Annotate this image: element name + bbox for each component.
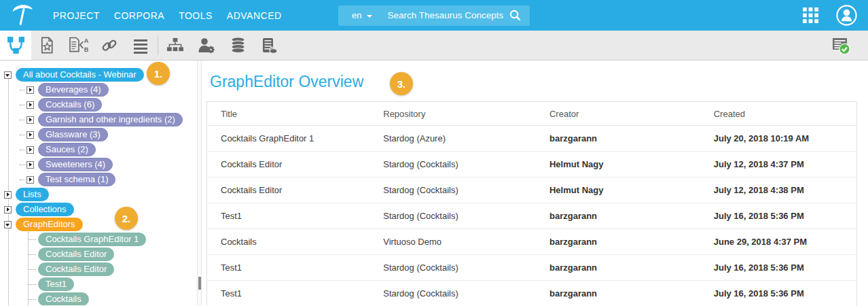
expand-icon[interactable] <box>4 206 12 214</box>
column-header-title[interactable]: Title <box>207 102 370 126</box>
tree-node-concept[interactable]: Cocktails (6) <box>38 98 102 112</box>
tree-node: Cocktails <box>29 292 197 305</box>
expand-icon[interactable] <box>26 131 34 139</box>
menu-item-project[interactable]: PROJECT <box>53 10 100 21</box>
tree-node-grapheditors: GraphEditors <box>4 217 197 232</box>
toolbar-translation-button[interactable]: A B <box>62 31 94 60</box>
svg-text:B: B <box>84 46 88 53</box>
expand-icon[interactable] <box>26 146 34 154</box>
tree-node: Cocktails (6) <box>20 97 197 112</box>
expand-icon[interactable] <box>26 176 34 184</box>
table-row[interactable]: Test1 Stardog (Cocktails) barzgarann Jul… <box>207 203 857 229</box>
main-panel: GraphEditor Overview Title Repository Cr… <box>202 61 868 305</box>
tree-node-concept[interactable]: Glassware (3) <box>38 128 108 142</box>
cell-creator: Helmut Nagy <box>536 177 700 203</box>
user-account-icon[interactable] <box>835 4 858 27</box>
concept-scheme-children: Beverages (4) Cocktails (6) Garnish and … <box>20 82 197 187</box>
tree-node-concept[interactable]: Sweeteners (4) <box>38 158 113 172</box>
tree-node: Beverages (4) <box>20 82 197 97</box>
project-tree: All about Cocktails - Webinar Beverages … <box>0 61 197 305</box>
content-area: All about Cocktails - Webinar Beverages … <box>0 61 868 305</box>
language-selector[interactable]: en <box>346 10 372 20</box>
toolbar-list-button[interactable] <box>125 31 156 60</box>
expand-icon[interactable] <box>26 161 34 169</box>
expand-icon[interactable] <box>26 116 34 124</box>
tree-node-concept[interactable]: Test schema (1) <box>38 173 115 187</box>
column-header-repository[interactable]: Repository <box>369 102 536 126</box>
hierarchy-icon <box>166 37 184 54</box>
search-icon[interactable] <box>509 9 522 22</box>
expand-icon[interactable] <box>26 101 34 109</box>
table-row[interactable]: Cocktails Virtuoso Demo barzgarann June … <box>207 229 857 255</box>
cell-creator: barzgarann <box>536 203 700 229</box>
tree-node-concept[interactable]: Beverages (4) <box>38 83 109 97</box>
expand-icon[interactable] <box>26 86 34 94</box>
tree-node-grapheditor[interactable]: Cocktails Editor <box>38 248 114 262</box>
menu-item-advanced[interactable]: ADVANCED <box>227 10 282 21</box>
table-row[interactable]: Test1 Stardog (Cocktails) barzgarann Jul… <box>207 255 857 281</box>
collapse-icon[interactable] <box>4 221 12 228</box>
tree-node-grapheditor[interactable]: Cocktails GraphEditor 1 <box>38 233 146 247</box>
search-input[interactable]: Search Thesaurus Concepts <box>387 10 509 20</box>
tree-node-lists-pill[interactable]: Lists <box>16 188 49 202</box>
toolbar-repository-button[interactable] <box>253 31 285 60</box>
tree-node-grapheditor[interactable]: Test1 <box>38 277 74 292</box>
panel-splitter[interactable] <box>197 61 202 305</box>
tree-node: Test schema (1) <box>20 172 197 187</box>
svg-text:A: A <box>84 37 88 44</box>
project-star-icon <box>39 37 55 54</box>
expand-icon[interactable] <box>4 191 12 199</box>
tree-node-project[interactable]: All about Cocktails - Webinar <box>16 68 144 82</box>
table-header-row: Title Repository Creator Created <box>207 102 857 126</box>
toolbar: A B <box>0 31 868 61</box>
topbar-right-actions <box>803 4 858 27</box>
toolbar-user-roles-button[interactable] <box>191 31 222 60</box>
repository-cloud-icon <box>260 37 278 54</box>
poolparty-logo[interactable] <box>11 3 35 29</box>
cell-title: Cocktails <box>207 229 370 255</box>
main-menu: PROJECT CORPORA TOOLS ADVANCED <box>53 10 282 21</box>
table-row[interactable]: Cocktails Editor Stardog (Cocktails) Hel… <box>207 152 857 177</box>
table-row[interactable]: Cocktails Editor Stardog (Cocktails) Hel… <box>207 177 857 203</box>
quality-check-icon <box>831 36 851 55</box>
page-title: GraphEditor Overview <box>210 73 868 91</box>
tree-node-grapheditor[interactable]: Cocktails <box>38 292 89 305</box>
table-row[interactable]: Cocktails GraphEditor 1 Stardog (Azure) … <box>207 126 857 152</box>
cell-repository: Stardog (Cocktails) <box>369 281 536 306</box>
annotation-badge-3: 3. <box>390 72 413 95</box>
column-header-creator[interactable]: Creator <box>536 102 700 126</box>
menu-item-corpora[interactable]: CORPORA <box>114 10 164 21</box>
menu-item-tools[interactable]: TOOLS <box>179 10 213 21</box>
tree-node-concept[interactable]: Garnish and other ingredients (2) <box>38 113 183 127</box>
toolbar-project-button[interactable] <box>31 31 62 60</box>
toolbar-quality-check-button[interactable] <box>823 31 858 60</box>
tree-node: Garnish and other ingredients (2) <box>20 112 197 127</box>
tree-node-collections: Collections <box>4 202 197 217</box>
toolbar-hierarchy-button[interactable] <box>160 31 191 60</box>
cell-created: June 29, 2018 4:37 PM <box>700 229 857 255</box>
toolbar-concept-tree-button[interactable] <box>0 31 31 60</box>
table-row[interactable]: Test1 Stardog (Cocktails) barzgarann Jul… <box>207 281 857 306</box>
collapse-icon[interactable] <box>4 71 12 79</box>
cell-title: Test1 <box>207 203 370 229</box>
tree-node: Sauces (2) <box>20 142 197 157</box>
tree-node: Cocktails Editor <box>29 262 197 277</box>
splitter-grip-icon[interactable] <box>198 277 201 290</box>
toolbar-links-button[interactable] <box>94 31 125 60</box>
language-value: en <box>352 10 361 20</box>
tree-node: Test1 <box>29 277 197 292</box>
tree-node-concept[interactable]: Sauces (2) <box>38 143 96 157</box>
parasol-icon <box>11 3 35 29</box>
tree-node: Cocktails GraphEditor 1 <box>29 232 197 247</box>
column-header-created[interactable]: Created <box>700 102 857 126</box>
tree-node: Cocktails Editor <box>29 247 197 262</box>
tree-node-grapheditor[interactable]: Cocktails Editor <box>38 262 114 277</box>
annotation-badge-2: 2. <box>115 207 138 230</box>
tree-node-collections-pill[interactable]: Collections <box>16 203 74 217</box>
toolbar-database-button[interactable] <box>222 31 253 60</box>
search-bar[interactable]: en Search Thesaurus Concepts <box>338 5 530 26</box>
tree-node-grapheditors-pill[interactable]: GraphEditors <box>16 218 83 232</box>
apps-grid-icon[interactable] <box>803 7 818 23</box>
cell-creator: barzgarann <box>536 255 700 281</box>
cell-created: July 12, 2018 4:38 PM <box>700 177 857 203</box>
